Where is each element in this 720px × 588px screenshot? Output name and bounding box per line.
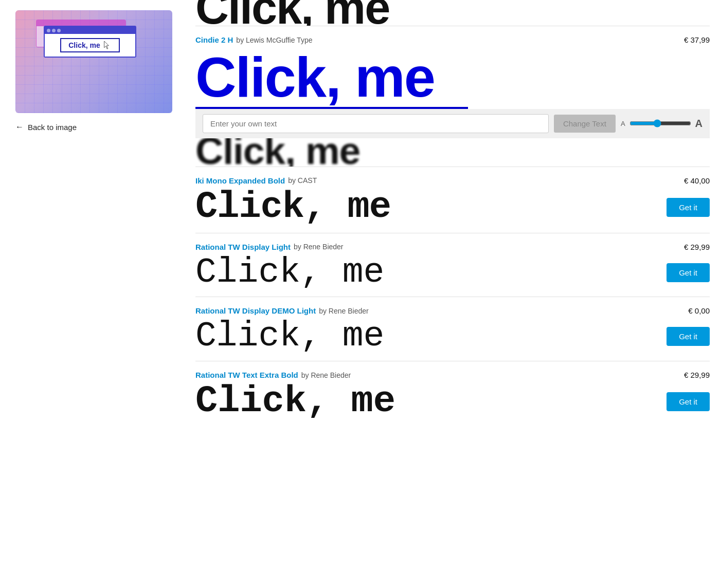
rational-light-meta-left: Rational TW Display Light by Rene Bieder — [195, 243, 344, 251]
rational-demo-price: € 0,00 — [688, 306, 710, 315]
cindie-font-link[interactable]: Cindie 2 H — [195, 35, 233, 44]
iki-preview-row: Click, me Get it — [195, 187, 710, 228]
rational-light-price: € 29,99 — [684, 243, 710, 251]
cindie-preview-text: Click, me — [195, 47, 710, 107]
rational-light-preview-row: Click, me Get it — [195, 253, 710, 292]
cindie-meta-left: Cindie 2 H by Lewis McGuffie Type — [195, 35, 312, 44]
click-label: Click, me — [68, 41, 100, 49]
sidebar-image: Click, me — [15, 10, 172, 113]
font-size-control: A A — [621, 118, 703, 130]
font-size-large-label: A — [695, 118, 703, 130]
rational-light-by: by Rene Bieder — [294, 243, 344, 251]
rational-bold-btn-col: Get it — [658, 392, 710, 411]
custom-text-input[interactable] — [203, 114, 549, 133]
rational-bold-price: € 29,99 — [684, 371, 710, 379]
font-entry-cindie: Cindie 2 H by Lewis McGuffie Type € 37,9… — [195, 26, 710, 167]
click-me-button[interactable]: Click, me — [60, 38, 119, 52]
iki-preview-text: Click, me — [195, 187, 391, 228]
rational-light-btn-col: Get it — [658, 263, 710, 282]
back-to-image-label: Back to image — [28, 123, 77, 132]
cursor-icon — [103, 41, 112, 49]
rational-demo-preview-text: Click, me — [195, 317, 384, 356]
rational-demo-by: by Rene Bieder — [319, 307, 369, 315]
iki-meta-left: Iki Mono Expanded Bold by CAST — [195, 176, 317, 185]
rational-demo-btn-col: Get it — [658, 327, 710, 346]
cindie-price: € 37,99 — [684, 35, 710, 44]
change-text-button[interactable]: Change Text — [554, 115, 616, 133]
cindie-meta-row: Cindie 2 H by Lewis McGuffie Type € 37,9… — [195, 35, 710, 44]
cindie-preview-area: Click, me — [195, 47, 710, 109]
rational-bold-preview-row: Click, me Get it — [195, 381, 710, 422]
font-size-small-label: A — [621, 120, 625, 127]
back-arrow-icon: ← — [15, 122, 24, 132]
iki-price: € 40,00 — [684, 176, 710, 185]
rational-bold-preview-text: Click, me — [195, 381, 395, 422]
top-clipped-preview: Click, me — [195, 0, 710, 26]
top-clipped-text: Click, me — [195, 0, 389, 26]
rational-demo-meta: Rational TW Display DEMO Light by Rene B… — [195, 306, 710, 315]
rational-light-font-link[interactable]: Rational TW Display Light — [195, 243, 291, 251]
cindie-blurred-text: Click, me — [195, 138, 360, 167]
rational-demo-get-button[interactable]: Get it — [667, 327, 710, 346]
text-input-bar: Change Text A A — [195, 109, 710, 138]
rational-demo-font-link[interactable]: Rational TW Display DEMO Light — [195, 306, 316, 315]
sidebar: Click, me ← Back to image — [0, 0, 190, 448]
rational-bold-font-link[interactable]: Rational TW Text Extra Bold — [195, 371, 298, 379]
cindie-by: by Lewis McGuffie Type — [236, 36, 312, 44]
rational-bold-get-button[interactable]: Get it — [667, 392, 710, 411]
main-content: Click, me Cindie 2 H by Lewis McGuffie T… — [190, 0, 720, 448]
rational-light-get-button[interactable]: Get it — [667, 263, 710, 282]
iki-font-link[interactable]: Iki Mono Expanded Bold — [195, 176, 285, 185]
font-entry-iki: Iki Mono Expanded Bold by CAST € 40,00 C… — [195, 167, 710, 233]
rational-light-meta: Rational TW Display Light by Rene Bieder… — [195, 243, 710, 251]
rational-light-preview-text: Click, me — [195, 253, 384, 292]
iki-get-button[interactable]: Get it — [667, 198, 710, 217]
iki-meta: Iki Mono Expanded Bold by CAST € 40,00 — [195, 176, 710, 185]
window-mockup-primary: Click, me — [44, 26, 136, 58]
iki-btn-col: Get it — [658, 198, 710, 217]
cindie-blurred-preview: Click, me — [195, 138, 710, 167]
rational-demo-meta-left: Rational TW Display DEMO Light by Rene B… — [195, 306, 369, 315]
iki-by: by CAST — [288, 176, 317, 185]
rational-bold-by: by Rene Bieder — [301, 371, 351, 379]
font-entry-rational-demo: Rational TW Display DEMO Light by Rene B… — [195, 297, 710, 361]
rational-demo-preview-row: Click, me Get it — [195, 317, 710, 356]
back-to-image-link[interactable]: ← Back to image — [15, 122, 175, 132]
font-entry-rational-light: Rational TW Display Light by Rene Bieder… — [195, 233, 710, 297]
rational-bold-meta: Rational TW Text Extra Bold by Rene Bied… — [195, 371, 710, 379]
font-size-slider[interactable] — [629, 119, 691, 127]
font-entry-rational-bold: Rational TW Text Extra Bold by Rene Bied… — [195, 361, 710, 427]
rational-bold-meta-left: Rational TW Text Extra Bold by Rene Bied… — [195, 371, 351, 379]
